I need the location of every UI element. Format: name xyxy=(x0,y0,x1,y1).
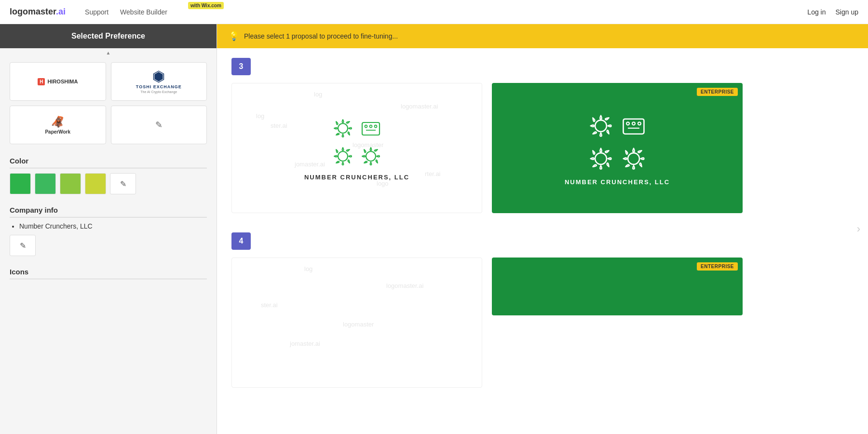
gear-icon-3 xyxy=(330,144,355,169)
website-builder-link[interactable]: Website Builder xyxy=(120,8,167,16)
enterprise-badge-3: ENTERPRISE xyxy=(697,88,738,96)
proposal-4-dark-card[interactable]: ENTERPRISE xyxy=(492,258,743,315)
logo-suffix: .ai xyxy=(56,7,66,16)
company-name-item: Number Crunchers, LLC xyxy=(19,222,207,230)
svg-point-9 xyxy=(366,151,376,161)
gear-icon-8 xyxy=(619,144,649,174)
logo-thumb-paperwork[interactable]: 🦧 PaperWork xyxy=(10,106,106,144)
support-link[interactable]: Support xyxy=(85,8,108,16)
toshi-sub: The AI Crypto Exchange xyxy=(140,90,177,94)
logo-thumb-edit[interactable]: ✎ xyxy=(111,106,207,144)
banner-icon: 💡 xyxy=(229,31,239,41)
company-info-list: Number Crunchers, LLC xyxy=(10,222,207,230)
signup-link[interactable]: Sign up xyxy=(836,8,858,16)
topnav: logomaster.ai Support Website Builder wi… xyxy=(0,0,868,24)
toshi-hex-icon xyxy=(152,70,165,83)
color-swatch-3[interactable] xyxy=(60,173,81,194)
wm2: logomaster.ai xyxy=(401,103,438,110)
wm4-1: log xyxy=(304,265,312,272)
logo-thumb-toshi[interactable]: TOSHI EXCHANGE The AI Crypto Exchange xyxy=(111,62,207,101)
company-info-section: Company info Number Crunchers, LLC ✎ xyxy=(0,198,217,260)
svg-point-6 xyxy=(375,125,377,127)
proposal-4-number: 4 xyxy=(231,232,251,250)
svg-point-12 xyxy=(626,122,629,125)
icons-section-title: Icons xyxy=(10,268,207,279)
hiroshima-text: HIROSHIMA xyxy=(47,79,78,84)
logo-thumbs: H HIROSHIMA TOSHI EXCHANGE The AI Crypto… xyxy=(0,57,217,149)
edit-icon: ✎ xyxy=(155,120,163,130)
gear-icon-7 xyxy=(586,144,616,174)
topnav-links: Support Website Builder xyxy=(85,8,167,16)
color-swatch-1[interactable] xyxy=(10,173,31,194)
banner-text: Please select 1 proposal to proceed to f… xyxy=(244,32,398,40)
svg-rect-3 xyxy=(362,122,380,135)
sidebar-header: Selected Preference xyxy=(0,24,217,48)
main-layout: Selected Preference ▲ H HIROSHIMA TOSHI … xyxy=(0,24,868,434)
proposal-4-section: 4 log logomaster.ai ster.ai logomaster j… xyxy=(231,232,854,388)
color-swatches: ✎ xyxy=(10,173,207,194)
wix-badge: with Wix.com xyxy=(188,2,224,9)
company-edit-button[interactable]: ✎ xyxy=(10,235,36,256)
proposal-3-number: 3 xyxy=(231,58,251,75)
proposal-4-cards: log logomaster.ai ster.ai logomaster jom… xyxy=(231,258,854,388)
gear-grid-3d xyxy=(586,111,649,174)
color-section: Color ✎ xyxy=(0,149,217,198)
scroll-indicator: ▲ xyxy=(0,48,217,57)
svg-point-13 xyxy=(632,122,635,125)
proposal-3-company-name: NUMBER CRUNCHERS, LLC xyxy=(304,174,409,181)
svg-rect-11 xyxy=(624,119,644,134)
toshi-text: TOSHI EXCHANGE xyxy=(136,84,182,89)
logo-svg-wrapper-3d: NUMBER CRUNCHERS, LLC xyxy=(565,111,670,186)
svg-point-17 xyxy=(628,153,639,164)
proposal-3-dark-card[interactable]: ENTERPRISE xyxy=(492,83,743,213)
proposal-3-dark-company-name: NUMBER CRUNCHERS, LLC xyxy=(565,178,670,186)
color-edit-icon: ✎ xyxy=(120,179,126,189)
paperwork-text: PaperWork xyxy=(45,129,70,135)
gear-icon-1 xyxy=(330,116,355,141)
wm4-4: logomaster xyxy=(343,321,374,328)
svg-marker-0 xyxy=(153,70,164,82)
wm3: ster.ai xyxy=(271,122,287,129)
wm8: rter.ai xyxy=(425,170,441,177)
paperwork-icon: 🦧 xyxy=(51,116,64,128)
svg-point-4 xyxy=(365,125,367,127)
svg-point-14 xyxy=(638,122,641,125)
next-arrow[interactable]: › xyxy=(857,223,860,235)
main-content: 💡 Please select 1 proposal to proceed to… xyxy=(217,24,868,434)
watermark-container-4w: log logomaster.ai ster.ai logomaster jom… xyxy=(232,258,482,387)
wm7: log xyxy=(256,112,264,120)
color-swatch-4[interactable] xyxy=(85,173,106,194)
login-link[interactable]: Log in xyxy=(807,8,826,16)
svg-point-8 xyxy=(338,151,348,161)
wm4-3: ster.ai xyxy=(261,301,278,309)
svg-point-2 xyxy=(338,123,348,133)
icons-section: Icons xyxy=(0,260,217,288)
wm4-2: logomaster.ai xyxy=(386,282,423,289)
sidebar: Selected Preference ▲ H HIROSHIMA TOSHI … xyxy=(0,24,217,434)
color-edit-button[interactable]: ✎ xyxy=(110,173,136,194)
proposals-wrapper: 3 log logomaster.ai ster.ai logomaster j… xyxy=(217,48,868,417)
svg-point-5 xyxy=(370,125,372,127)
proposal-3-white-card[interactable]: log logomaster.ai ster.ai logomaster jom… xyxy=(231,83,482,213)
proposal-3-cards: log logomaster.ai ster.ai logomaster jom… xyxy=(231,83,854,213)
gear-icon-6 xyxy=(619,111,649,141)
logo-thumb-hiroshima[interactable]: H HIROSHIMA xyxy=(10,62,106,101)
proposal-4-white-card[interactable]: log logomaster.ai ster.ai logomaster jom… xyxy=(231,258,482,388)
logo-svg-wrapper-3w: NUMBER CRUNCHERS, LLC xyxy=(304,116,409,181)
wm4-5: jomaster.ai xyxy=(290,340,320,347)
proposal-3-section: 3 log logomaster.ai ster.ai logomaster j… xyxy=(231,58,854,213)
enterprise-badge-4: ENTERPRISE xyxy=(697,262,738,271)
gear-icon-5 xyxy=(586,111,616,141)
notification-banner: 💡 Please select 1 proposal to proceed to… xyxy=(217,24,868,48)
svg-point-10 xyxy=(595,120,607,132)
hiroshima-icon: H xyxy=(38,78,45,85)
color-swatch-2[interactable] xyxy=(35,173,56,194)
wm6: logo xyxy=(377,180,389,187)
wm1: log xyxy=(314,91,322,98)
logo-text: logomaster xyxy=(10,7,56,16)
company-edit-icon: ✎ xyxy=(20,241,26,250)
logo[interactable]: logomaster.ai xyxy=(10,7,66,17)
gear-icon-2 xyxy=(358,116,383,141)
gear-icon-4 xyxy=(358,144,383,169)
svg-point-16 xyxy=(595,153,607,164)
